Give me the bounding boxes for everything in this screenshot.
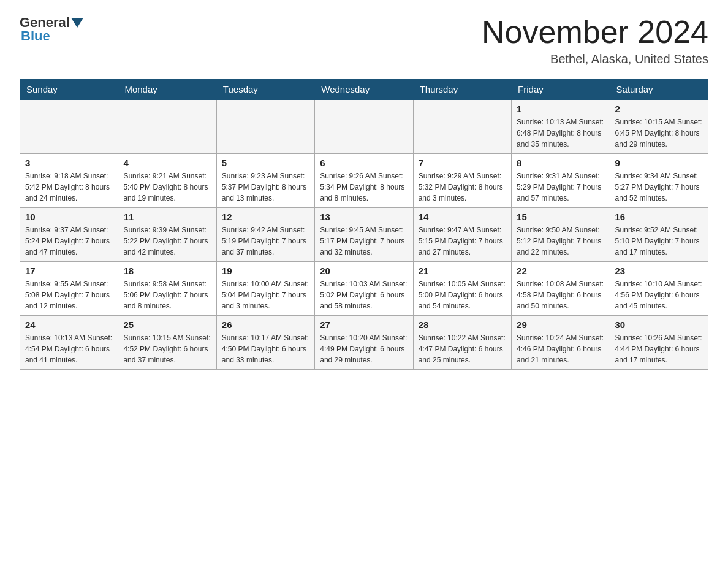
day-number: 27 [320,320,408,330]
day-info: Sunrise: 10:20 AM Sunset: 4:49 PM Daylig… [320,332,408,366]
calendar-day-cell: 14Sunrise: 9:47 AM Sunset: 5:15 PM Dayli… [413,208,511,262]
calendar-day-cell: 21Sunrise: 10:05 AM Sunset: 5:00 PM Dayl… [413,262,511,316]
day-number: 19 [222,266,309,276]
day-number: 28 [419,320,506,330]
calendar-day-cell: 23Sunrise: 10:10 AM Sunset: 4:56 PM Dayl… [610,262,708,316]
calendar-weekday-sunday: Sunday [20,79,118,100]
day-info: Sunrise: 9:45 AM Sunset: 5:17 PM Dayligh… [320,224,408,258]
calendar-day-cell: 1Sunrise: 10:13 AM Sunset: 6:48 PM Dayli… [512,100,610,154]
calendar-day-cell: 6Sunrise: 9:26 AM Sunset: 5:34 PM Daylig… [315,154,413,208]
calendar-weekday-friday: Friday [512,79,610,100]
day-number: 7 [419,158,506,168]
calendar-day-cell: 19Sunrise: 10:00 AM Sunset: 5:04 PM Dayl… [216,262,314,316]
calendar-day-cell: 10Sunrise: 9:37 AM Sunset: 5:24 PM Dayli… [20,208,118,262]
calendar-day-cell: 2Sunrise: 10:15 AM Sunset: 6:45 PM Dayli… [610,100,708,154]
calendar-day-cell: 11Sunrise: 9:39 AM Sunset: 5:22 PM Dayli… [118,208,216,262]
calendar-day-cell [413,100,511,154]
day-info: Sunrise: 10:13 AM Sunset: 4:54 PM Daylig… [25,332,113,366]
calendar-table: SundayMondayTuesdayWednesdayThursdayFrid… [20,79,708,370]
day-info: Sunrise: 10:10 AM Sunset: 4:56 PM Daylig… [615,278,703,312]
day-info: Sunrise: 9:34 AM Sunset: 5:27 PM Dayligh… [615,170,703,204]
calendar-day-cell: 22Sunrise: 10:08 AM Sunset: 4:58 PM Dayl… [512,262,610,316]
calendar-weekday-thursday: Thursday [413,79,511,100]
calendar-week-row: 10Sunrise: 9:37 AM Sunset: 5:24 PM Dayli… [20,208,708,262]
day-info: Sunrise: 9:58 AM Sunset: 5:06 PM Dayligh… [123,278,211,312]
day-number: 8 [517,158,604,168]
day-info: Sunrise: 10:15 AM Sunset: 4:52 PM Daylig… [123,332,211,366]
calendar-day-cell [118,100,216,154]
day-number: 23 [615,266,703,276]
calendar-day-cell [20,100,118,154]
calendar-day-cell: 20Sunrise: 10:03 AM Sunset: 5:02 PM Dayl… [315,262,413,316]
calendar-day-cell [315,100,413,154]
calendar-week-row: 1Sunrise: 10:13 AM Sunset: 6:48 PM Dayli… [20,100,708,154]
day-number: 13 [320,212,408,222]
day-info: Sunrise: 10:24 AM Sunset: 4:46 PM Daylig… [517,332,604,366]
calendar-week-row: 3Sunrise: 9:18 AM Sunset: 5:42 PM Daylig… [20,154,708,208]
day-number: 16 [615,212,703,222]
calendar-day-cell: 5Sunrise: 9:23 AM Sunset: 5:37 PM Daylig… [216,154,314,208]
page-header: General Blue November 2024 Bethel, Alask… [20,15,708,66]
page-title: November 2024 [482,15,708,50]
day-number: 29 [517,320,604,330]
day-number: 26 [222,320,309,330]
calendar-day-cell: 12Sunrise: 9:42 AM Sunset: 5:19 PM Dayli… [216,208,314,262]
calendar-day-cell: 4Sunrise: 9:21 AM Sunset: 5:40 PM Daylig… [118,154,216,208]
day-number: 17 [25,266,113,276]
calendar-day-cell: 15Sunrise: 9:50 AM Sunset: 5:12 PM Dayli… [512,208,610,262]
calendar-day-cell: 26Sunrise: 10:17 AM Sunset: 4:50 PM Dayl… [216,316,314,370]
day-number: 2 [615,104,703,114]
day-info: Sunrise: 9:52 AM Sunset: 5:10 PM Dayligh… [615,224,703,258]
calendar-day-cell: 16Sunrise: 9:52 AM Sunset: 5:10 PM Dayli… [610,208,708,262]
day-info: Sunrise: 9:50 AM Sunset: 5:12 PM Dayligh… [517,224,604,258]
calendar-weekday-tuesday: Tuesday [216,79,314,100]
calendar-day-cell: 8Sunrise: 9:31 AM Sunset: 5:29 PM Daylig… [512,154,610,208]
day-number: 15 [517,212,604,222]
day-info: Sunrise: 10:03 AM Sunset: 5:02 PM Daylig… [320,278,408,312]
day-info: Sunrise: 9:55 AM Sunset: 5:08 PM Dayligh… [25,278,113,312]
calendar-weekday-saturday: Saturday [610,79,708,100]
logo: General Blue [20,15,85,44]
day-info: Sunrise: 9:26 AM Sunset: 5:34 PM Dayligh… [320,170,408,204]
day-info: Sunrise: 9:21 AM Sunset: 5:40 PM Dayligh… [123,170,211,204]
calendar-weekday-wednesday: Wednesday [315,79,413,100]
logo-triangle-icon [71,18,83,28]
day-number: 24 [25,320,113,330]
calendar-header-row: SundayMondayTuesdayWednesdayThursdayFrid… [20,79,708,100]
day-info: Sunrise: 10:22 AM Sunset: 4:47 PM Daylig… [419,332,506,366]
day-number: 10 [25,212,113,222]
day-number: 14 [419,212,506,222]
calendar-day-cell: 9Sunrise: 9:34 AM Sunset: 5:27 PM Daylig… [610,154,708,208]
day-info: Sunrise: 10:13 AM Sunset: 6:48 PM Daylig… [517,117,604,150]
day-info: Sunrise: 10:05 AM Sunset: 5:00 PM Daylig… [419,278,506,312]
calendar-day-cell: 29Sunrise: 10:24 AM Sunset: 4:46 PM Dayl… [512,316,610,370]
page-subtitle: Bethel, Alaska, United States [482,52,708,66]
day-number: 4 [123,158,211,168]
calendar-day-cell: 18Sunrise: 9:58 AM Sunset: 5:06 PM Dayli… [118,262,216,316]
day-info: Sunrise: 9:37 AM Sunset: 5:24 PM Dayligh… [25,224,113,258]
day-number: 3 [25,158,113,168]
day-number: 12 [222,212,309,222]
calendar-day-cell: 7Sunrise: 9:29 AM Sunset: 5:32 PM Daylig… [413,154,511,208]
day-info: Sunrise: 10:00 AM Sunset: 5:04 PM Daylig… [222,278,309,312]
calendar-day-cell: 30Sunrise: 10:26 AM Sunset: 4:44 PM Dayl… [610,316,708,370]
day-number: 1 [517,104,604,114]
day-info: Sunrise: 9:42 AM Sunset: 5:19 PM Dayligh… [222,224,309,258]
day-number: 21 [419,266,506,276]
calendar-week-row: 24Sunrise: 10:13 AM Sunset: 4:54 PM Dayl… [20,316,708,370]
day-number: 5 [222,158,309,168]
day-info: Sunrise: 9:47 AM Sunset: 5:15 PM Dayligh… [419,224,506,258]
calendar-day-cell: 13Sunrise: 9:45 AM Sunset: 5:17 PM Dayli… [315,208,413,262]
calendar-week-row: 17Sunrise: 9:55 AM Sunset: 5:08 PM Dayli… [20,262,708,316]
calendar-day-cell: 3Sunrise: 9:18 AM Sunset: 5:42 PM Daylig… [20,154,118,208]
day-number: 18 [123,266,211,276]
day-info: Sunrise: 9:29 AM Sunset: 5:32 PM Dayligh… [419,170,506,204]
day-info: Sunrise: 9:23 AM Sunset: 5:37 PM Dayligh… [222,170,309,204]
day-number: 9 [615,158,703,168]
day-number: 11 [123,212,211,222]
day-number: 20 [320,266,408,276]
day-info: Sunrise: 10:15 AM Sunset: 6:45 PM Daylig… [615,117,703,150]
day-number: 25 [123,320,211,330]
calendar-day-cell [216,100,314,154]
calendar-day-cell: 27Sunrise: 10:20 AM Sunset: 4:49 PM Dayl… [315,316,413,370]
